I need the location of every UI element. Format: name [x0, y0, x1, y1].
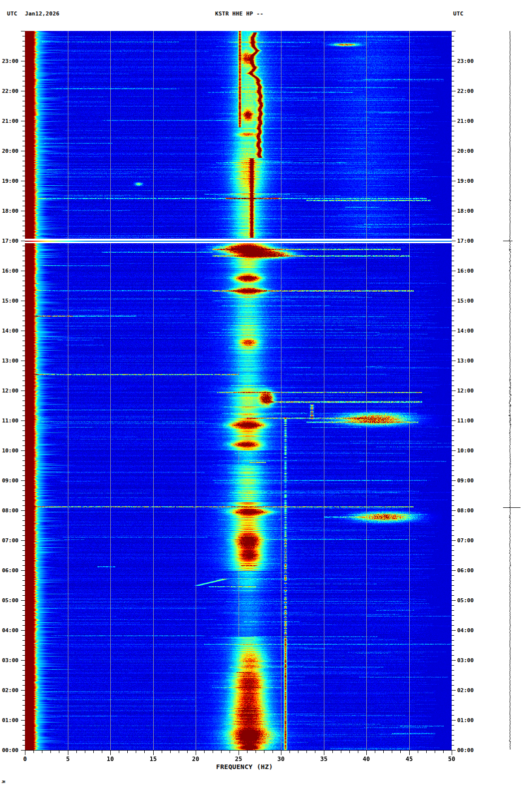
time-tick-right: [452, 211, 456, 211]
time-tick-right: [452, 495, 454, 496]
time-tick-right: [452, 271, 456, 271]
time-tick-left: [22, 605, 25, 606]
time-tick-right: [452, 650, 454, 651]
time-tick-left: [22, 141, 25, 141]
time-tick-left: [22, 336, 25, 336]
time-tick-right: [452, 570, 456, 571]
time-tick-right: [452, 440, 454, 441]
time-tick-left: [22, 680, 25, 681]
time-tick-right: [452, 560, 454, 561]
time-tick-right: [452, 470, 454, 471]
time-tick-left: [22, 311, 25, 311]
time-tick-left: [22, 485, 25, 486]
time-tick-right: [452, 435, 454, 436]
time-tick-left: [21, 61, 25, 61]
time-tick-left: [22, 590, 25, 591]
time-tick-left: [22, 490, 25, 491]
time-tick-right: [452, 565, 454, 566]
time-tick-left: [22, 156, 25, 156]
time-tick-right: [452, 396, 454, 396]
time-label-left: 18:00: [0, 208, 18, 214]
freq-tick-label: 35: [314, 756, 334, 763]
time-tick-left: [22, 725, 25, 726]
freq-tick-label: 20: [186, 756, 206, 763]
time-tick-left: [22, 216, 25, 216]
freq-tick-label: 50: [442, 756, 462, 763]
time-label-left: 22:00: [0, 88, 18, 94]
time-tick-left: [22, 740, 25, 741]
time-tick-right: [452, 256, 454, 256]
time-tick-left: [22, 650, 25, 651]
time-tick-left: [21, 301, 25, 301]
time-tick-right: [452, 535, 454, 536]
time-tick-left: [22, 226, 25, 226]
time-tick-left: [22, 306, 25, 306]
time-tick-right: [452, 520, 454, 521]
time-tick-left: [22, 435, 25, 436]
date-label: Jan12,2026: [25, 10, 59, 17]
time-tick-right: [452, 450, 456, 451]
time-tick-left: [22, 51, 25, 51]
time-tick-right: [452, 590, 454, 591]
time-tick-right: [452, 321, 454, 321]
time-tick-left: [22, 371, 25, 371]
time-tick-right: [452, 46, 454, 46]
time-tick-left: [21, 510, 25, 511]
time-tick-right: [452, 91, 456, 91]
time-tick-right: [452, 151, 456, 151]
time-tick-right: [452, 505, 454, 506]
time-tick-right: [452, 221, 454, 221]
time-tick-left: [21, 91, 25, 91]
time-tick-left: [21, 361, 25, 361]
time-tick-left: [22, 191, 25, 191]
time-tick-right: [452, 121, 456, 121]
time-tick-right: [452, 705, 454, 706]
freq-tick-label: 30: [271, 756, 291, 763]
time-tick-right: [452, 226, 454, 226]
time-tick-left: [22, 286, 25, 286]
time-label-right: 21:00: [457, 118, 478, 124]
time-tick-right: [452, 246, 454, 246]
freq-tick-label: 15: [143, 756, 163, 763]
time-tick-left: [22, 405, 25, 406]
time-tick-right: [452, 510, 456, 511]
time-tick-left: [22, 555, 25, 556]
time-label-left: 03:00: [0, 657, 18, 664]
time-tick-left: [21, 331, 25, 331]
time-label-left: 00:00: [0, 747, 18, 754]
time-tick-right: [452, 555, 454, 556]
time-tick-right: [452, 156, 454, 156]
time-tick-right: [452, 31, 456, 31]
time-tick-left: [22, 715, 25, 716]
freq-tick: [153, 750, 154, 755]
time-tick-right: [452, 351, 454, 351]
time-tick-left: [22, 201, 25, 201]
time-tick-left: [22, 106, 25, 106]
time-label-right: 02:00: [457, 687, 478, 694]
time-tick-left: [22, 296, 25, 296]
time-tick-left: [22, 346, 25, 346]
time-label-left: 10:00: [0, 447, 18, 454]
time-tick-right: [452, 331, 456, 331]
time-tick-left: [22, 645, 25, 646]
time-tick-right: [452, 485, 454, 486]
time-tick-right: [452, 610, 454, 611]
time-tick-right: [452, 66, 454, 66]
time-tick-right: [452, 500, 454, 501]
time-tick-right: [452, 715, 454, 716]
time-tick-left: [21, 720, 25, 721]
time-tick-left: [22, 236, 25, 236]
time-tick-right: [452, 201, 454, 201]
time-tick-left: [22, 565, 25, 566]
time-tick-right: [452, 56, 454, 56]
time-tick-left: [22, 396, 25, 396]
time-tick-left: [22, 670, 25, 671]
time-tick-left: [22, 415, 25, 416]
time-tick-right: [452, 420, 456, 421]
freq-tick: [324, 750, 324, 755]
time-tick-right: [452, 116, 454, 116]
time-tick-right: [452, 545, 454, 546]
time-tick-right: [452, 286, 454, 286]
time-tick-left: [22, 81, 25, 81]
time-tick-left: [22, 126, 25, 126]
